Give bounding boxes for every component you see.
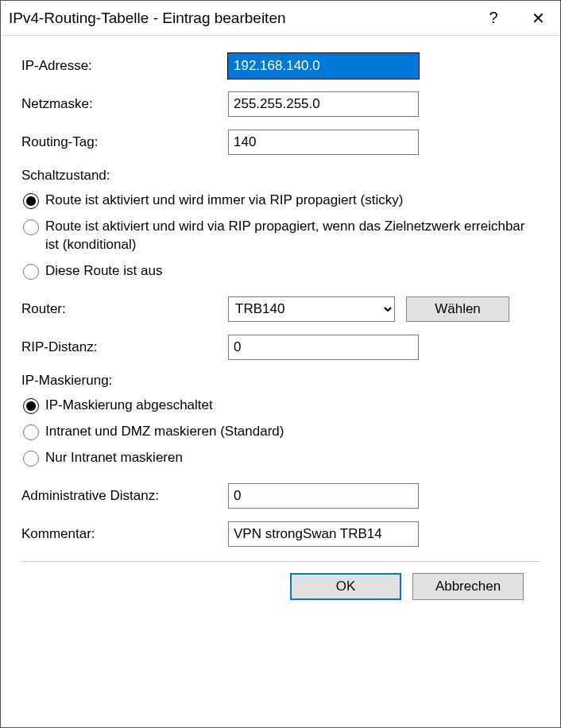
ip-address-label: IP-Adresse: bbox=[21, 58, 228, 74]
routing-tag-input[interactable] bbox=[228, 130, 419, 155]
router-label: Router: bbox=[21, 301, 228, 317]
title-bar: IPv4-Routing-Tabelle - Eintrag bearbeite… bbox=[1, 1, 560, 36]
routing-tag-label: Routing-Tag: bbox=[21, 134, 228, 150]
netmask-label: Netzmaske: bbox=[21, 96, 228, 112]
cancel-button[interactable]: Abbrechen bbox=[412, 573, 524, 600]
state-radio-sticky[interactable] bbox=[23, 193, 39, 209]
mask-group-label: IP-Maskierung: bbox=[21, 373, 540, 389]
help-button[interactable]: ? bbox=[471, 1, 516, 36]
ip-address-input[interactable] bbox=[228, 53, 419, 79]
window-title: IPv4-Routing-Tabelle - Eintrag bearbeite… bbox=[9, 10, 471, 27]
state-group-label: Schaltzustand: bbox=[21, 168, 540, 184]
router-select[interactable]: TRB140 bbox=[228, 296, 395, 322]
admin-distance-input[interactable] bbox=[228, 483, 419, 509]
comment-label: Kommentar: bbox=[21, 526, 228, 542]
ok-button[interactable]: OK bbox=[290, 573, 401, 600]
close-icon: ✕ bbox=[532, 9, 545, 28]
close-button[interactable]: ✕ bbox=[516, 1, 560, 36]
state-radio-sticky-label[interactable]: Route ist aktiviert und wird immer via R… bbox=[45, 192, 403, 210]
state-radio-off[interactable] bbox=[23, 264, 39, 280]
rip-distance-label: RIP-Distanz: bbox=[21, 339, 228, 355]
state-radio-conditional[interactable] bbox=[23, 219, 39, 235]
separator bbox=[21, 561, 540, 562]
mask-radio-intranet-dmz-label[interactable]: Intranet und DMZ maskieren (Standard) bbox=[45, 423, 284, 441]
state-radio-off-label[interactable]: Diese Route ist aus bbox=[45, 262, 162, 281]
state-radio-conditional-label[interactable]: Route ist aktiviert und wird via RIP pro… bbox=[45, 218, 540, 254]
router-choose-button[interactable]: Wählen bbox=[406, 296, 509, 322]
rip-distance-input[interactable] bbox=[228, 335, 419, 360]
comment-input[interactable] bbox=[228, 521, 419, 547]
help-icon: ? bbox=[489, 9, 497, 27]
mask-radio-off-label[interactable]: IP-Maskierung abgeschaltet bbox=[45, 397, 213, 415]
mask-radio-intranet-only-label[interactable]: Nur Intranet maskieren bbox=[45, 449, 183, 467]
mask-radio-intranet-dmz[interactable] bbox=[23, 424, 39, 440]
admin-distance-label: Administrative Distanz: bbox=[21, 488, 228, 504]
dialog-content: IP-Adresse: Netzmaske: Routing-Tag: Scha… bbox=[1, 36, 560, 727]
netmask-input[interactable] bbox=[228, 91, 419, 117]
dialog-footer: OK Abbrechen bbox=[21, 573, 540, 614]
mask-radio-off[interactable] bbox=[23, 398, 39, 414]
mask-radio-intranet-only[interactable] bbox=[23, 451, 39, 467]
